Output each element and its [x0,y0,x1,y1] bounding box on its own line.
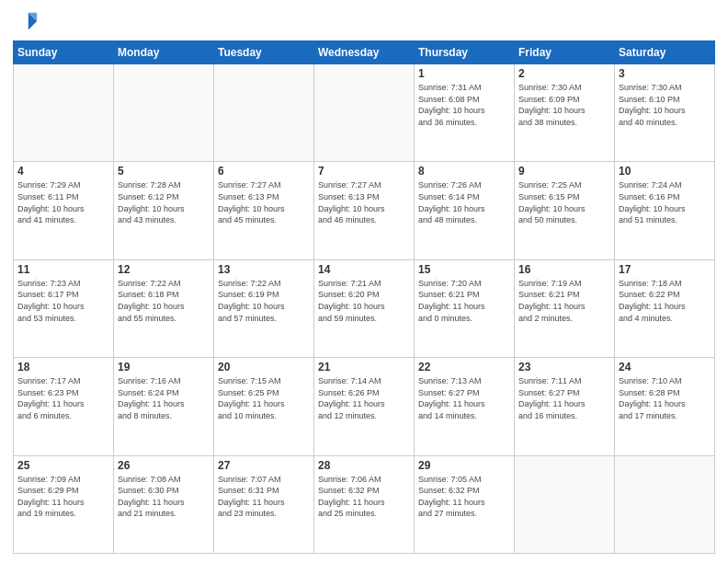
day-number: 4 [17,165,109,178]
day-info: Sunrise: 7:30 AM Sunset: 6:10 PM Dayligh… [619,82,711,128]
calendar-week-row: 25Sunrise: 7:09 AM Sunset: 6:29 PM Dayli… [14,455,715,553]
day-info: Sunrise: 7:09 AM Sunset: 6:29 PM Dayligh… [17,474,109,520]
calendar-cell [615,455,715,553]
calendar-cell: 3Sunrise: 7:30 AM Sunset: 6:10 PM Daylig… [615,64,715,162]
logo-icon [13,9,39,35]
calendar-cell: 23Sunrise: 7:11 AM Sunset: 6:27 PM Dayli… [515,358,615,455]
day-number: 19 [118,361,210,373]
day-number: 23 [518,361,610,373]
weekday-header: Saturday [615,41,715,64]
calendar-cell: 28Sunrise: 7:06 AM Sunset: 6:32 PM Dayli… [314,455,415,553]
day-info: Sunrise: 7:29 AM Sunset: 6:11 PM Dayligh… [17,179,109,225]
calendar-cell: 25Sunrise: 7:09 AM Sunset: 6:29 PM Dayli… [14,455,114,553]
day-number: 3 [619,67,711,80]
calendar-cell: 14Sunrise: 7:21 AM Sunset: 6:20 PM Dayli… [314,259,415,357]
day-number: 21 [318,361,410,373]
day-info: Sunrise: 7:23 AM Sunset: 6:17 PM Dayligh… [17,278,109,324]
calendar-cell: 9Sunrise: 7:25 AM Sunset: 6:15 PM Daylig… [515,162,615,259]
day-info: Sunrise: 7:17 AM Sunset: 6:23 PM Dayligh… [17,375,109,421]
calendar-cell: 22Sunrise: 7:13 AM Sunset: 6:27 PM Dayli… [415,358,515,455]
calendar-cell: 16Sunrise: 7:19 AM Sunset: 6:21 PM Dayli… [515,259,615,357]
calendar-cell: 26Sunrise: 7:08 AM Sunset: 6:30 PM Dayli… [114,455,214,553]
day-info: Sunrise: 7:10 AM Sunset: 6:28 PM Dayligh… [619,375,711,421]
weekday-header: Friday [515,41,615,64]
calendar-cell: 20Sunrise: 7:15 AM Sunset: 6:25 PM Dayli… [214,358,314,455]
day-info: Sunrise: 7:22 AM Sunset: 6:18 PM Dayligh… [118,278,210,324]
calendar-cell: 27Sunrise: 7:07 AM Sunset: 6:31 PM Dayli… [214,455,314,553]
day-info: Sunrise: 7:05 AM Sunset: 6:32 PM Dayligh… [418,474,510,520]
calendar-cell: 10Sunrise: 7:24 AM Sunset: 6:16 PM Dayli… [615,162,715,259]
day-info: Sunrise: 7:27 AM Sunset: 6:13 PM Dayligh… [318,179,410,225]
day-info: Sunrise: 7:20 AM Sunset: 6:21 PM Dayligh… [418,278,510,324]
calendar-cell: 17Sunrise: 7:18 AM Sunset: 6:22 PM Dayli… [615,259,715,357]
day-info: Sunrise: 7:13 AM Sunset: 6:27 PM Dayligh… [418,375,510,421]
day-info: Sunrise: 7:16 AM Sunset: 6:24 PM Dayligh… [118,375,210,421]
calendar-cell: 21Sunrise: 7:14 AM Sunset: 6:26 PM Dayli… [314,358,415,455]
day-number: 9 [518,165,610,178]
day-number: 16 [518,263,610,276]
day-number: 26 [118,459,210,472]
day-number: 22 [418,361,510,373]
day-info: Sunrise: 7:26 AM Sunset: 6:14 PM Dayligh… [418,179,510,225]
day-info: Sunrise: 7:06 AM Sunset: 6:32 PM Dayligh… [318,474,410,520]
weekday-header: Tuesday [214,41,314,64]
weekday-header: Monday [114,41,214,64]
calendar-week-row: 1Sunrise: 7:31 AM Sunset: 6:08 PM Daylig… [14,64,715,162]
weekday-header: Wednesday [314,41,415,64]
day-number: 5 [118,165,210,178]
calendar-cell: 2Sunrise: 7:30 AM Sunset: 6:09 PM Daylig… [515,64,615,162]
day-number: 25 [17,459,109,472]
day-number: 10 [619,165,711,178]
calendar-cell: 19Sunrise: 7:16 AM Sunset: 6:24 PM Dayli… [114,358,214,455]
calendar-cell: 24Sunrise: 7:10 AM Sunset: 6:28 PM Dayli… [615,358,715,455]
day-info: Sunrise: 7:24 AM Sunset: 6:16 PM Dayligh… [619,179,711,225]
day-number: 18 [17,361,109,373]
calendar-cell: 8Sunrise: 7:26 AM Sunset: 6:14 PM Daylig… [415,162,515,259]
weekday-header: Sunday [14,41,114,64]
day-number: 28 [318,459,410,472]
calendar-cell: 18Sunrise: 7:17 AM Sunset: 6:23 PM Dayli… [14,358,114,455]
day-info: Sunrise: 7:14 AM Sunset: 6:26 PM Dayligh… [318,375,410,421]
day-info: Sunrise: 7:11 AM Sunset: 6:27 PM Dayligh… [518,375,610,421]
day-info: Sunrise: 7:21 AM Sunset: 6:20 PM Dayligh… [318,278,410,324]
header [13,9,715,35]
calendar-cell [214,64,314,162]
calendar-cell: 15Sunrise: 7:20 AM Sunset: 6:21 PM Dayli… [415,259,515,357]
calendar-cell: 29Sunrise: 7:05 AM Sunset: 6:32 PM Dayli… [415,455,515,553]
day-info: Sunrise: 7:28 AM Sunset: 6:12 PM Dayligh… [118,179,210,225]
calendar-cell: 13Sunrise: 7:22 AM Sunset: 6:19 PM Dayli… [214,259,314,357]
day-info: Sunrise: 7:15 AM Sunset: 6:25 PM Dayligh… [218,375,310,421]
day-info: Sunrise: 7:19 AM Sunset: 6:21 PM Dayligh… [518,278,610,324]
day-number: 15 [418,263,510,276]
day-info: Sunrise: 7:08 AM Sunset: 6:30 PM Dayligh… [118,474,210,520]
weekday-header-row: SundayMondayTuesdayWednesdayThursdayFrid… [14,41,715,64]
day-number: 8 [418,165,510,178]
calendar-cell [114,64,214,162]
day-number: 27 [218,459,310,472]
day-info: Sunrise: 7:25 AM Sunset: 6:15 PM Dayligh… [518,179,610,225]
calendar-cell: 1Sunrise: 7:31 AM Sunset: 6:08 PM Daylig… [415,64,515,162]
calendar-cell [314,64,415,162]
calendar-cell: 4Sunrise: 7:29 AM Sunset: 6:11 PM Daylig… [14,162,114,259]
day-number: 20 [218,361,310,373]
calendar-cell: 7Sunrise: 7:27 AM Sunset: 6:13 PM Daylig… [314,162,415,259]
day-info: Sunrise: 7:07 AM Sunset: 6:31 PM Dayligh… [218,474,310,520]
day-info: Sunrise: 7:27 AM Sunset: 6:13 PM Dayligh… [218,179,310,225]
day-number: 7 [318,165,410,178]
calendar-cell [14,64,114,162]
day-number: 6 [218,165,310,178]
day-number: 17 [619,263,711,276]
calendar-week-row: 11Sunrise: 7:23 AM Sunset: 6:17 PM Dayli… [14,259,715,357]
calendar-cell: 5Sunrise: 7:28 AM Sunset: 6:12 PM Daylig… [114,162,214,259]
day-number: 1 [418,67,510,80]
page: SundayMondayTuesdayWednesdayThursdayFrid… [0,0,728,563]
day-number: 11 [17,263,109,276]
day-info: Sunrise: 7:22 AM Sunset: 6:19 PM Dayligh… [218,278,310,324]
calendar-week-row: 4Sunrise: 7:29 AM Sunset: 6:11 PM Daylig… [14,162,715,259]
calendar-table: SundayMondayTuesdayWednesdayThursdayFrid… [13,40,715,554]
calendar-cell [515,455,615,553]
weekday-header: Thursday [415,41,515,64]
day-info: Sunrise: 7:18 AM Sunset: 6:22 PM Dayligh… [619,278,711,324]
calendar-cell: 12Sunrise: 7:22 AM Sunset: 6:18 PM Dayli… [114,259,214,357]
logo [13,9,42,35]
